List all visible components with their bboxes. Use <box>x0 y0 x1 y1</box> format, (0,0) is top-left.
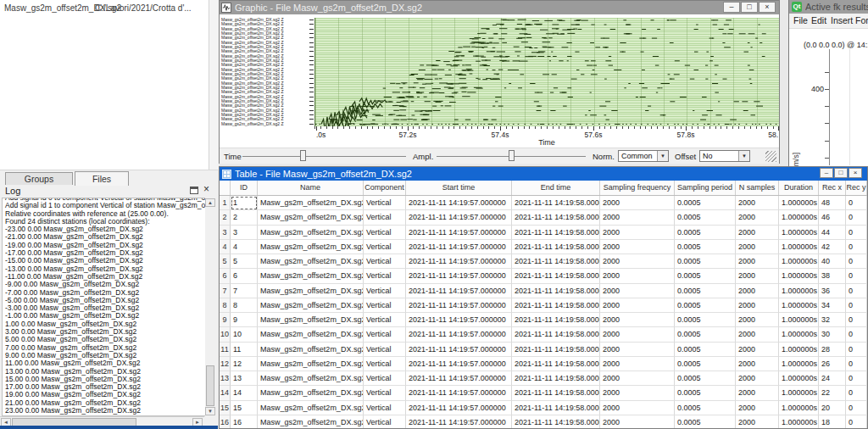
table-row[interactable]: 1212Masw_gs2m_offset2m_DX.sg2Vertical202… <box>220 357 867 371</box>
cell[interactable]: 2000 <box>736 327 779 342</box>
cell[interactable]: 0 <box>846 357 867 371</box>
row-number[interactable]: 16 <box>220 415 231 429</box>
cell[interactable]: 1.000000s <box>779 343 819 357</box>
cell[interactable]: 2000 <box>600 357 675 371</box>
cell[interactable]: Masw_gs2m_offset2m_DX.sg2 <box>258 298 364 313</box>
cell[interactable]: 2000 <box>736 415 779 429</box>
cell[interactable]: 0 <box>846 210 867 225</box>
graphic-titlebar[interactable]: Graphic - File Masw_gs2m_offset2m_DX.sg2… <box>220 1 779 14</box>
cell[interactable]: 2000 <box>736 343 779 357</box>
cell[interactable]: 0 <box>846 371 867 386</box>
cell[interactable]: Vertical <box>364 386 406 400</box>
cell[interactable]: 1.000000s <box>779 371 819 386</box>
table-row[interactable]: 55Masw_gs2m_offset2m_DX.sg2Vertical2021-… <box>220 254 867 269</box>
cell[interactable]: 2000 <box>736 226 779 240</box>
column-header[interactable]: Start time <box>406 181 512 195</box>
cell[interactable]: 2000 <box>736 284 779 298</box>
file-list[interactable]: Masw_gs2m_offset2m_DX.sg2 C:/Lavori/2021… <box>0 0 218 170</box>
time-slider-handle[interactable] <box>300 150 306 161</box>
close-button[interactable]: × <box>759 2 776 13</box>
cell[interactable]: Vertical <box>364 298 406 313</box>
cell[interactable]: 0.0005 <box>675 357 736 371</box>
cell[interactable]: 26 <box>819 357 846 371</box>
resize-grip[interactable] <box>765 151 776 162</box>
cell[interactable]: 0 <box>846 313 867 327</box>
cell[interactable]: Vertical <box>364 284 406 298</box>
log-vertical-scrollbar[interactable]: ▲ ▼ <box>205 198 215 416</box>
cell[interactable]: 2000 <box>600 254 675 269</box>
cell[interactable]: Masw_gs2m_offset2m_DX.sg2 <box>258 343 364 357</box>
row-number[interactable]: 15 <box>220 401 231 415</box>
cell[interactable]: 2000 <box>736 371 779 386</box>
cell[interactable]: 2021-11-11 14:19:58.000000 <box>512 386 600 400</box>
cell[interactable]: 2021-11-11 14:19:57.000000 <box>406 196 512 210</box>
cell[interactable]: Masw_gs2m_offset2m_DX.sg2 <box>258 386 364 400</box>
cell[interactable]: 28 <box>819 343 846 357</box>
cell[interactable]: 2000 <box>600 371 675 386</box>
tab-groups[interactable]: Groups <box>5 172 73 185</box>
cell[interactable]: 2000 <box>600 313 675 327</box>
row-number[interactable]: 9 <box>220 313 231 327</box>
cell[interactable]: 2000 <box>736 357 779 371</box>
close-panel-icon[interactable]: × <box>203 183 209 195</box>
cell[interactable]: 2000 <box>736 401 779 415</box>
cell[interactable]: Vertical <box>364 401 406 415</box>
cell[interactable]: 2021-11-11 14:19:58.000000 <box>512 269 600 283</box>
chevron-down-icon[interactable]: ▼ <box>657 151 668 161</box>
cell[interactable]: 2 <box>231 210 258 225</box>
cell[interactable]: 0.0005 <box>675 343 736 357</box>
ampl-slider-handle[interactable] <box>509 150 515 161</box>
cell[interactable]: 1.000000s <box>779 415 819 429</box>
row-number[interactable]: 3 <box>220 226 231 240</box>
close-button[interactable]: × <box>849 168 862 178</box>
chevron-down-icon[interactable]: ▼ <box>738 151 749 161</box>
cell[interactable]: 9 <box>231 313 258 327</box>
cell[interactable]: 42 <box>819 240 846 254</box>
cell[interactable]: 5 <box>231 254 258 269</box>
cell[interactable]: 1.000000s <box>779 240 819 254</box>
table-row[interactable]: 44Masw_gs2m_offset2m_DX.sg2Vertical2021-… <box>220 240 867 254</box>
cell[interactable]: 2021-11-11 14:19:58.000000 <box>512 226 600 240</box>
cell[interactable]: 2021-11-11 14:19:57.000000 <box>406 327 512 342</box>
cell[interactable]: 2021-11-11 14:19:58.000000 <box>512 415 600 429</box>
cell[interactable]: Vertical <box>364 240 406 254</box>
cell[interactable]: 2021-11-11 14:19:58.000000 <box>512 371 600 386</box>
cell[interactable]: 0.0005 <box>675 240 736 254</box>
row-number[interactable]: 12 <box>220 357 231 371</box>
log-output[interactable]: Add signal id 0 to component Vertical of… <box>2 198 215 416</box>
column-header[interactable]: Sampling period <box>675 181 736 195</box>
row-number[interactable]: 11 <box>220 343 231 357</box>
minimize-button[interactable]: – <box>723 2 740 13</box>
cell[interactable]: 2021-11-11 14:19:58.000000 <box>512 240 600 254</box>
cell[interactable]: 11 <box>231 343 258 357</box>
table-row[interactable]: 33Masw_gs2m_offset2m_DX.sg2Vertical2021-… <box>220 226 867 240</box>
cell[interactable]: 0.0005 <box>675 210 736 225</box>
row-number[interactable]: 14 <box>220 386 231 400</box>
cell[interactable]: Masw_gs2m_offset2m_DX.sg2 <box>258 313 364 327</box>
cell[interactable]: Masw_gs2m_offset2m_DX.sg2 <box>258 415 364 429</box>
cell[interactable]: 2021-11-11 14:19:58.000000 <box>512 254 600 269</box>
table-row[interactable]: 99Masw_gs2m_offset2m_DX.sg2Vertical2021-… <box>220 313 867 327</box>
cell[interactable]: Vertical <box>364 254 406 269</box>
row-number[interactable]: 4 <box>220 240 231 254</box>
seismic-plot[interactable] <box>314 18 779 126</box>
row-number[interactable]: 13 <box>220 371 231 386</box>
cell[interactable]: Vertical <box>364 327 406 342</box>
file-list-scrollbar[interactable] <box>209 0 219 170</box>
cell[interactable]: 12 <box>231 357 258 371</box>
cell[interactable]: Vertical <box>364 269 406 283</box>
cell[interactable]: 0.0005 <box>675 298 736 313</box>
cell[interactable]: 2021-11-11 14:19:58.000000 <box>512 196 600 210</box>
cell[interactable]: 2021-11-11 14:19:58.000000 <box>512 401 600 415</box>
cell[interactable]: 46 <box>819 210 846 225</box>
cell[interactable]: 2000 <box>736 269 779 283</box>
cell[interactable]: 2021-11-11 14:19:58.000000 <box>512 313 600 327</box>
cell[interactable]: Masw_gs2m_offset2m_DX.sg2 <box>258 327 364 342</box>
cell[interactable]: 2000 <box>600 226 675 240</box>
cell[interactable]: Vertical <box>364 357 406 371</box>
cell[interactable]: 2021-11-11 14:19:57.000000 <box>406 415 512 429</box>
scroll-up-icon[interactable]: ▲ <box>205 198 215 207</box>
column-header[interactable]: Duration <box>779 181 819 195</box>
row-number[interactable]: 5 <box>220 254 231 269</box>
cell[interactable]: 2000 <box>600 284 675 298</box>
